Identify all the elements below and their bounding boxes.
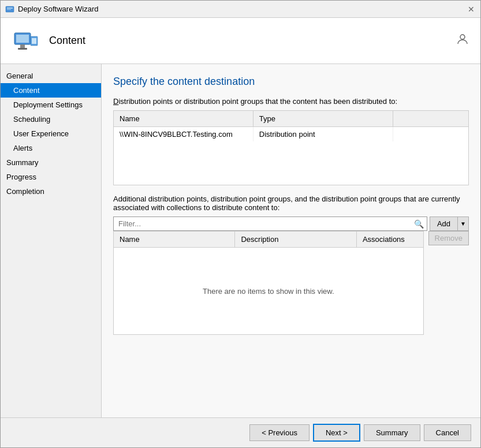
empty-message: There are no items to show in this view. (203, 287, 334, 296)
search-icon: 🔍 (414, 219, 424, 229)
sidebar-item-general[interactable]: General (1, 69, 101, 83)
upper-table-header: Name Type (114, 111, 468, 127)
sidebar-item-user-experience[interactable]: User Experience (1, 126, 101, 141)
svg-rect-4 (16, 35, 29, 43)
upper-table: Name Type \\WIN-8INCV9BLBCT.Testing.com … (113, 110, 469, 185)
lower-col-description: Description (235, 232, 356, 247)
user-icon (456, 33, 469, 48)
window-title: Deploy Software Wizard (18, 5, 467, 13)
sidebar-item-summary[interactable]: Summary (1, 155, 101, 170)
next-button[interactable]: Next > (313, 424, 360, 442)
previous-button[interactable]: < Previous (249, 424, 310, 441)
svg-rect-1 (7, 8, 13, 9)
upper-col-name: Name (114, 111, 253, 126)
svg-point-9 (460, 35, 465, 39)
content-area: General Content Deployment Settings Sche… (1, 64, 480, 417)
sidebar-item-progress[interactable]: Progress (1, 170, 101, 184)
upper-row-extra (393, 127, 468, 141)
sidebar: General Content Deployment Settings Sche… (1, 64, 102, 417)
window: Deploy Software Wizard ✕ Content General… (0, 0, 481, 448)
filter-input-wrapper: 🔍 (113, 216, 427, 231)
header-title: Content (49, 35, 85, 47)
close-button[interactable]: ✕ (467, 5, 476, 14)
upper-table-label: Distribution points or distribution poin… (113, 97, 469, 106)
svg-rect-8 (32, 38, 36, 44)
sidebar-item-alerts[interactable]: Alerts (1, 141, 101, 155)
lower-table-wrapper: Name Description Associations There are … (113, 231, 424, 335)
page-title: Specify the content destination (113, 76, 469, 88)
svg-rect-5 (20, 44, 25, 48)
summary-button[interactable]: Summary (364, 424, 420, 441)
add-button-group: Add ▼ (430, 216, 469, 231)
upper-row-name: \\WIN-8INCV9BLBCT.Testing.com (114, 127, 253, 141)
sidebar-item-scheduling[interactable]: Scheduling (1, 112, 101, 126)
lower-table-body: There are no items to show in this view. (114, 248, 423, 334)
upper-row-type: Distribution point (253, 127, 393, 141)
svg-rect-6 (18, 48, 27, 50)
add-button[interactable]: Add (430, 216, 458, 231)
upper-table-label-text: istribution points or distribution point… (118, 97, 397, 106)
right-buttons: Remove (428, 231, 469, 245)
title-bar-icon (5, 5, 14, 14)
lower-col-associations: Associations (357, 232, 423, 247)
svg-rect-2 (7, 9, 11, 10)
filter-row: 🔍 Add ▼ (113, 216, 469, 231)
upper-col-extra (393, 111, 468, 126)
additional-label: Additional distribution points, distribu… (113, 195, 469, 212)
header-icon (12, 27, 40, 55)
add-dropdown-arrow[interactable]: ▼ (458, 216, 469, 231)
main-panel: Specify the content destination Distribu… (102, 64, 480, 417)
footer: < Previous Next > Summary Cancel (1, 417, 480, 447)
remove-button[interactable]: Remove (428, 231, 469, 245)
lower-section: Name Description Associations There are … (113, 231, 469, 335)
header: Content (1, 18, 480, 64)
filter-input[interactable] (113, 216, 427, 231)
upper-table-body: \\WIN-8INCV9BLBCT.Testing.com Distributi… (114, 127, 468, 185)
table-row: \\WIN-8INCV9BLBCT.Testing.com Distributi… (114, 127, 468, 141)
cancel-button[interactable]: Cancel (424, 424, 471, 441)
sidebar-item-completion[interactable]: Completion (1, 184, 101, 199)
lower-table: Name Description Associations There are … (113, 231, 424, 335)
lower-table-header: Name Description Associations (114, 232, 423, 248)
sidebar-item-deployment-settings[interactable]: Deployment Settings (1, 98, 101, 112)
upper-col-type: Type (253, 111, 393, 126)
title-bar: Deploy Software Wizard ✕ (1, 1, 480, 18)
sidebar-item-content[interactable]: Content (1, 83, 101, 98)
lower-col-name: Name (114, 232, 235, 247)
